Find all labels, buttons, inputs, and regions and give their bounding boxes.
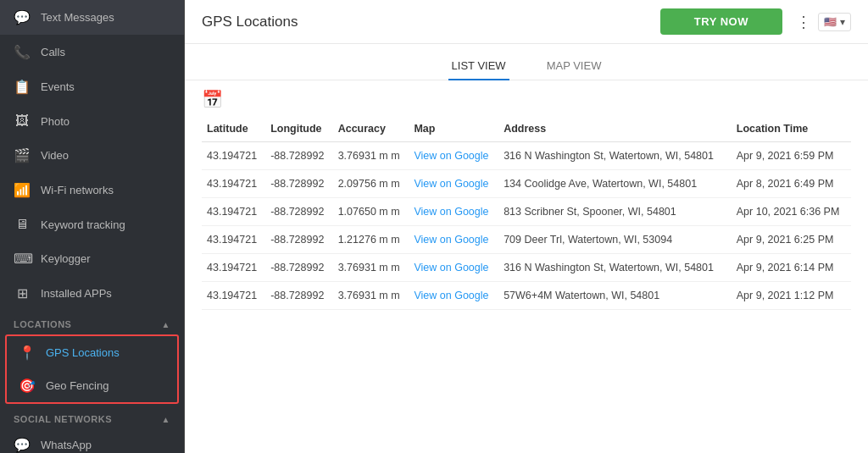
tab-map-view[interactable]: MAP VIEW	[543, 52, 605, 80]
installed-apps-icon: ⊞	[14, 285, 31, 301]
cell-map-link[interactable]: View on Google	[409, 142, 498, 170]
sidebar-item-events[interactable]: 📋 Events	[0, 69, 184, 104]
gps-table: Latitude Longitude Accuracy Map Address …	[202, 116, 851, 310]
sidebar-label-wifi: Wi-Fi networks	[41, 184, 114, 196]
locations-chevron-icon: ▲	[162, 320, 170, 329]
page-title: GPS Locations	[202, 14, 647, 30]
cell-latitude: 43.194721	[202, 254, 265, 282]
cell-location-time: Apr 9, 2021 6:25 PM	[732, 226, 851, 254]
geo-fencing-icon: 🎯	[19, 378, 36, 394]
table-row: 43.194721 -88.728992 3.76931 m m View on…	[202, 142, 851, 170]
col-header-location-time: Location Time	[732, 116, 851, 142]
sidebar-item-video[interactable]: 🎬 Video	[0, 138, 184, 173]
wifi-icon: 📶	[14, 182, 31, 198]
table-area: 📅 Latitude Longitude Accuracy Map Addres…	[185, 80, 868, 453]
cell-accuracy: 3.76931 m m	[333, 254, 409, 282]
sidebar-label-gps-locations: GPS Locations	[46, 346, 120, 359]
cell-address: 813 Scribner St, Spooner, WI, 54801	[498, 198, 732, 226]
sidebar-item-calls[interactable]: 📞 Calls	[0, 35, 184, 69]
cell-longitude: -88.728992	[265, 170, 333, 198]
header-actions: ⋮ 🇺🇸 ▾	[796, 13, 851, 31]
dropdown-chevron-icon: ▾	[840, 16, 845, 28]
sidebar-item-keylogger[interactable]: ⌨ Keylogger	[0, 241, 184, 276]
calls-icon: 📞	[14, 44, 31, 60]
sidebar-label-keyword: Keyword tracking	[41, 218, 125, 231]
cell-longitude: -88.728992	[265, 282, 333, 310]
social-chevron-icon: ▲	[162, 415, 170, 424]
cell-latitude: 43.194721	[202, 282, 265, 310]
cell-map-link[interactable]: View on Google	[409, 198, 498, 226]
more-options-icon[interactable]: ⋮	[796, 13, 811, 31]
whatsapp-icon: 💬	[14, 437, 31, 453]
cell-longitude: -88.728992	[265, 198, 333, 226]
cell-longitude: -88.728992	[265, 254, 333, 282]
cell-location-time: Apr 8, 2021 6:49 PM	[732, 170, 851, 198]
cell-location-time: Apr 9, 2021 6:14 PM	[732, 254, 851, 282]
cell-latitude: 43.194721	[202, 170, 265, 198]
calendar-icon[interactable]: 📅	[202, 89, 851, 109]
keyword-icon: 🖥	[14, 217, 31, 232]
cell-latitude: 43.194721	[202, 198, 265, 226]
cell-accuracy: 1.07650 m m	[333, 198, 409, 226]
cell-address: 316 N Washington St, Watertown, WI, 5480…	[498, 142, 732, 170]
cell-map-link[interactable]: View on Google	[409, 254, 498, 282]
sidebar-label-geo-fencing: Geo Fencing	[46, 379, 108, 392]
table-row: 43.194721 -88.728992 1.21276 m m View on…	[202, 226, 851, 254]
cell-address: 134 Coolidge Ave, Watertown, WI, 54801	[498, 170, 732, 198]
social-section-header[interactable]: SOCIAL NETWORKS ▲	[0, 406, 184, 428]
main-content: GPS Locations TRY NOW ⋮ 🇺🇸 ▾ LIST VIEW M…	[185, 0, 868, 453]
cell-accuracy: 1.21276 m m	[333, 226, 409, 254]
view-tabs: LIST VIEW MAP VIEW	[185, 44, 868, 80]
social-section-label: SOCIAL NETWORKS	[14, 414, 112, 424]
events-icon: 📋	[14, 79, 31, 95]
sidebar-item-keyword[interactable]: 🖥 Keyword tracking	[0, 207, 184, 241]
col-header-accuracy: Accuracy	[333, 116, 409, 142]
locations-section-header[interactable]: LOCATIONS ▲	[0, 311, 184, 333]
gps-icon: 📍	[19, 345, 36, 361]
cell-address: 57W6+4M Watertown, WI, 54801	[498, 282, 732, 310]
sidebar-item-installed-apps[interactable]: ⊞ Installed APPs	[0, 276, 184, 311]
try-now-button[interactable]: TRY NOW	[660, 8, 782, 35]
cell-latitude: 43.194721	[202, 142, 265, 170]
col-header-address: Address	[498, 116, 732, 142]
cell-map-link[interactable]: View on Google	[409, 226, 498, 254]
keylogger-icon: ⌨	[14, 251, 31, 267]
table-row: 43.194721 -88.728992 3.76931 m m View on…	[202, 254, 851, 282]
sidebar-label-photo: Photo	[41, 115, 70, 128]
header: GPS Locations TRY NOW ⋮ 🇺🇸 ▾	[185, 0, 868, 44]
sidebar-item-geo-fencing[interactable]: 🎯 Geo Fencing	[7, 369, 177, 402]
sidebar-item-whatsapp[interactable]: 💬 WhatsApp	[0, 428, 184, 453]
table-row: 43.194721 -88.728992 2.09756 m m View on…	[202, 170, 851, 198]
cell-map-link[interactable]: View on Google	[409, 282, 498, 310]
cell-longitude: -88.728992	[265, 142, 333, 170]
sidebar-label-installed-apps: Installed APPs	[41, 287, 112, 300]
cell-latitude: 43.194721	[202, 226, 265, 254]
sidebar-label-events: Events	[41, 80, 75, 93]
cell-accuracy: 2.09756 m m	[333, 170, 409, 198]
cell-address: 316 N Washington St, Watertown, WI, 5480…	[498, 254, 732, 282]
cell-location-time: Apr 9, 2021 1:12 PM	[732, 282, 851, 310]
language-selector[interactable]: 🇺🇸 ▾	[818, 13, 851, 31]
text-messages-icon: 💬	[14, 9, 31, 25]
col-header-longitude: Longitude	[265, 116, 333, 142]
sidebar-label-video: Video	[41, 149, 69, 162]
cell-map-link[interactable]: View on Google	[409, 170, 498, 198]
sidebar-label-keylogger: Keylogger	[41, 252, 91, 265]
sidebar-item-gps-locations[interactable]: 📍 GPS Locations	[7, 336, 177, 369]
sidebar-item-wifi[interactable]: 📶 Wi-Fi networks	[0, 173, 184, 207]
sidebar-item-photo[interactable]: 🖼 Photo	[0, 104, 184, 138]
cell-accuracy: 3.76931 m m	[333, 142, 409, 170]
tab-list-view[interactable]: LIST VIEW	[448, 52, 509, 80]
sidebar-label-whatsapp: WhatsApp	[41, 439, 92, 451]
col-header-map: Map	[409, 116, 498, 142]
video-icon: 🎬	[14, 147, 31, 163]
cell-location-time: Apr 10, 2021 6:36 PM	[732, 198, 851, 226]
cell-address: 709 Deer Trl, Watertown, WI, 53094	[498, 226, 732, 254]
cell-location-time: Apr 9, 2021 6:59 PM	[732, 142, 851, 170]
photo-icon: 🖼	[14, 113, 31, 129]
col-header-latitude: Latitude	[202, 116, 265, 142]
cell-accuracy: 3.76931 m m	[333, 282, 409, 310]
table-row: 43.194721 -88.728992 3.76931 m m View on…	[202, 282, 851, 310]
cell-longitude: -88.728992	[265, 226, 333, 254]
sidebar-item-text-messages[interactable]: 💬 Text Messages	[0, 0, 184, 35]
